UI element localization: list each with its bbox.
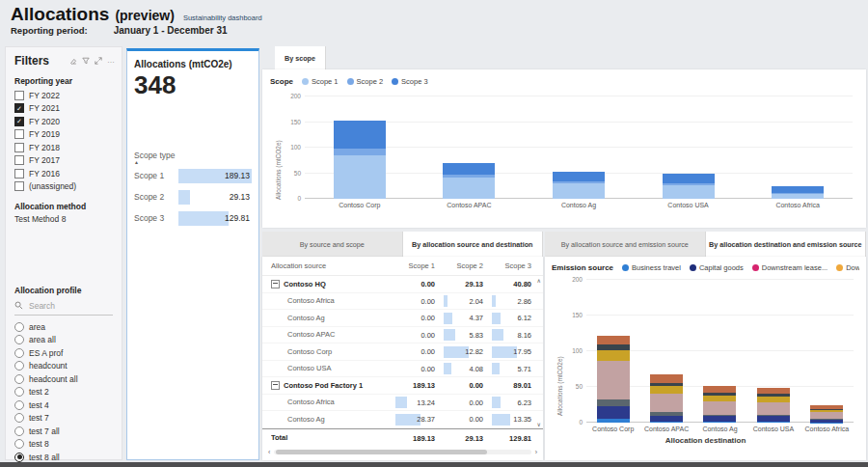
value-cell: 6.23 [483, 395, 531, 411]
tab-by-source-and-scope[interactable]: By source and scope [262, 232, 403, 257]
table-row[interactable]: Contoso Ag0.004.376.12 [262, 310, 543, 327]
allocation-source-cell: Contoso USA [271, 364, 387, 372]
scrollbar-track[interactable] [274, 450, 530, 454]
scrollbar-thumb[interactable] [276, 450, 486, 454]
legend-item[interactable]: Downstream lease... [752, 263, 827, 272]
collapse-icon[interactable] [271, 280, 280, 288]
bar-segment[interactable] [597, 406, 630, 419]
collapse-icon[interactable] [271, 381, 280, 390]
bar-segment[interactable] [810, 412, 843, 419]
bar-segment[interactable] [553, 183, 605, 199]
filter-icon[interactable] [82, 57, 90, 65]
data-bar [492, 363, 500, 374]
bar-segment[interactable] [597, 399, 630, 406]
column-scope-1[interactable]: Scope 1 [387, 261, 435, 270]
dashboard-link[interactable]: Sustainability dashboard [183, 14, 262, 22]
legend-item[interactable]: Capital goods [690, 263, 744, 272]
bar-segment[interactable] [334, 149, 386, 155]
allocation-profile-option[interactable]: headcount [14, 360, 117, 373]
bar-segment[interactable] [703, 386, 736, 393]
table-row[interactable]: Contoso Corp0.0012.8217.95 [262, 343, 543, 361]
bar-segment[interactable] [443, 163, 495, 175]
kpi-breakdown-row[interactable]: Scope 229.13 [134, 186, 252, 207]
bar-segment[interactable] [597, 361, 630, 398]
allocation-profile-option[interactable]: test 2 [14, 386, 117, 399]
expand-icon[interactable] [95, 57, 102, 65]
value-cell: 13.35 [483, 411, 531, 427]
table-row[interactable]: Contoso APAC0.005.838.16 [262, 327, 543, 344]
bar-segment[interactable] [772, 186, 824, 193]
allocation-profile-option[interactable]: ES A prof [14, 346, 117, 360]
legend-item[interactable]: Scope 1 [302, 77, 339, 86]
bar-segment[interactable] [553, 172, 605, 181]
tab-by-allocation-source-and-destination[interactable]: By allocation source and destination [403, 232, 544, 257]
cell-value: 6.12 [517, 314, 531, 322]
table-row[interactable]: Contoso USA0.004.085.71 [262, 361, 543, 378]
reporting-year-option[interactable]: ✓FY 2021 [14, 102, 117, 116]
page-header: Allocations (preview) Sustainability das… [11, 5, 262, 36]
allocations-kpi-card[interactable]: Allocations (mtCO2e) 348 Scope type ▲ Sc… [126, 48, 259, 460]
bar-segment[interactable] [650, 386, 683, 393]
kpi-breakdown-row[interactable]: Scope 3129.81 [134, 207, 252, 229]
tab-by-allocation-source-and-emission-source[interactable]: By allocation source and emission source [545, 232, 706, 257]
bar-segment[interactable] [597, 350, 630, 361]
bar-segment[interactable] [757, 402, 790, 415]
value-cell: 8.16 [483, 327, 531, 343]
row-label: Contoso Corp [287, 347, 332, 356]
table-row[interactable]: Contoso Africa0.002.042.86 [262, 293, 543, 311]
scroll-up-icon[interactable]: ∧ [537, 277, 541, 284]
allocation-profile-option[interactable]: test 7 all [14, 425, 117, 438]
bar-segment[interactable] [703, 401, 736, 415]
reporting-year-option[interactable]: (unassigned) [14, 180, 117, 194]
column-scope-2[interactable]: Scope 2 [435, 261, 483, 270]
scroll-left-icon[interactable]: ‹ [268, 449, 270, 455]
table-row[interactable]: Contoso HQ0.0029.1340.80 [262, 276, 543, 293]
allocation-profile-option[interactable]: test 8 [14, 438, 117, 452]
tab-by-scope[interactable]: By scope [275, 46, 326, 69]
eraser-icon[interactable] [69, 57, 77, 65]
horizontal-scrollbar[interactable]: ‹ › [262, 447, 543, 458]
reporting-year-option[interactable]: FY 2022 [14, 89, 117, 102]
bar-segment[interactable] [597, 336, 630, 345]
bar-segment[interactable] [334, 155, 386, 199]
more-options-icon[interactable]: … [107, 58, 115, 64]
legend-item[interactable]: Scope 2 [347, 77, 384, 86]
bar-segment[interactable] [650, 374, 683, 384]
legend-title: Scope [270, 77, 293, 86]
radio-icon [14, 413, 24, 423]
table-row[interactable]: Contoso Ag28.370.0013.35 [262, 411, 543, 428]
reporting-year-option[interactable]: FY 2017 [14, 154, 117, 168]
column-scope-3[interactable]: Scope 3 [483, 261, 531, 270]
reporting-year-option[interactable]: ✓FY 2020 [14, 115, 117, 128]
column-allocation-source[interactable]: Allocation source [271, 261, 387, 270]
bar-segment[interactable] [334, 121, 386, 149]
legend-item[interactable]: Scope 3 [392, 77, 428, 86]
value-cell: 40.80 [483, 276, 531, 292]
allocation-profile-option[interactable]: test 4 [14, 398, 117, 412]
bar-segment[interactable] [443, 178, 495, 199]
reporting-year-option[interactable]: FY 2018 [14, 141, 117, 154]
bar-segment[interactable] [650, 394, 683, 412]
profile-search[interactable] [14, 298, 113, 316]
table-rows: Contoso HQ0.0029.1340.80Contoso Africa0.… [262, 276, 543, 428]
value-cell: 2.86 [483, 293, 531, 310]
bar-segment[interactable] [663, 174, 715, 183]
kpi-breakdown-row[interactable]: Scope 1189.13 [134, 165, 252, 186]
bar-segment[interactable] [663, 185, 715, 199]
reporting-year-option[interactable]: FY 2019 [14, 128, 117, 142]
scroll-right-icon[interactable]: › [535, 449, 537, 455]
reporting-year-option[interactable]: FY 2016 [14, 167, 117, 180]
legend-item[interactable]: Business travel [622, 263, 681, 272]
legend-item[interactable]: Downstream lea... [836, 263, 859, 272]
allocation-profile-option[interactable]: area all [14, 334, 117, 347]
scroll-down-icon[interactable]: ∨ [537, 421, 541, 427]
tab-by-allocation-destination-and-emission-source[interactable]: By allocation destination and emission s… [706, 232, 867, 257]
table-row[interactable]: Contoso Pod Factory 1189.130.0089.01 [262, 377, 543, 395]
allocation-profile-option[interactable]: test 7 [14, 412, 117, 426]
profile-search-input[interactable] [27, 300, 110, 312]
allocation-profile-option[interactable]: area [14, 320, 117, 334]
bar-segment[interactable] [757, 388, 790, 395]
allocation-profile-option[interactable]: headcount all [14, 372, 117, 386]
radio-icon [14, 335, 24, 344]
table-row[interactable]: Contoso Africa13.240.006.23 [262, 395, 543, 412]
